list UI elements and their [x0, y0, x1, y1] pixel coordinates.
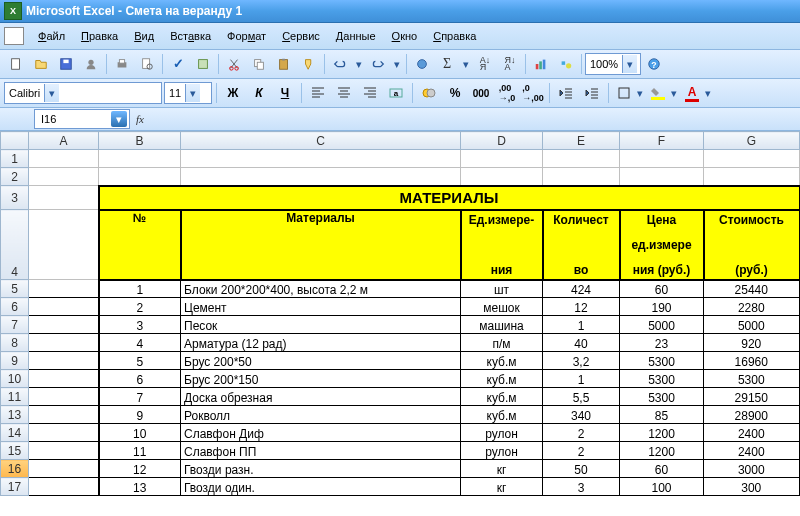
cell-num[interactable]: 13 [99, 478, 181, 496]
cell-qty[interactable]: 2 [543, 424, 620, 442]
cell-num[interactable]: 5 [99, 352, 181, 370]
cell-unit[interactable]: куб.м [461, 370, 543, 388]
cell-price[interactable]: 100 [620, 478, 704, 496]
font-size-combo[interactable]: 11▾ [164, 82, 212, 104]
cell-unit[interactable]: машина [461, 316, 543, 334]
cell-cost[interactable]: 25440 [704, 280, 800, 298]
cell-qty[interactable]: 50 [543, 460, 620, 478]
col-header[interactable]: C [181, 132, 461, 150]
currency-icon[interactable] [417, 81, 441, 105]
row-header[interactable]: 5 [1, 280, 29, 298]
col-header[interactable]: E [543, 132, 620, 150]
cell-unit[interactable]: рулон [461, 442, 543, 460]
cell-unit[interactable]: куб.м [461, 352, 543, 370]
cell-cost[interactable]: 29150 [704, 388, 800, 406]
cell-name[interactable]: Славфон ПП [181, 442, 461, 460]
cell-price[interactable]: 1200 [620, 442, 704, 460]
menu-insert[interactable]: Вставка [162, 27, 219, 45]
sort-desc-icon[interactable]: Я↓А [498, 52, 522, 76]
menu-service[interactable]: Сервис [274, 27, 328, 45]
table-header-price[interactable]: Ценаед.измерения (руб.) [620, 210, 704, 280]
cell-price[interactable]: 1200 [620, 424, 704, 442]
spellcheck-icon[interactable]: ✓ [166, 52, 190, 76]
row-header[interactable]: 1 [1, 150, 29, 168]
cell-qty[interactable]: 1 [543, 316, 620, 334]
cell-price[interactable]: 23 [620, 334, 704, 352]
cut-icon[interactable] [222, 52, 246, 76]
redo-icon[interactable] [366, 52, 390, 76]
row-header[interactable]: 8 [1, 334, 29, 352]
chart-wizard-icon[interactable] [529, 52, 553, 76]
cell-unit[interactable]: кг [461, 460, 543, 478]
cell-qty[interactable]: 3 [543, 478, 620, 496]
cell-price[interactable]: 5000 [620, 316, 704, 334]
row-header[interactable]: 13 [1, 406, 29, 424]
cell-cost[interactable]: 5300 [704, 370, 800, 388]
new-file-icon[interactable] [4, 52, 28, 76]
col-header[interactable]: B [99, 132, 181, 150]
cell-name[interactable]: Гвозди разн. [181, 460, 461, 478]
format-painter-icon[interactable] [297, 52, 321, 76]
bold-button[interactable]: Ж [221, 81, 245, 105]
fill-color-button[interactable]: ▾ [647, 82, 679, 104]
borders-button[interactable]: ▾ [613, 82, 645, 104]
cell-name[interactable]: Арматура (12 рад) [181, 334, 461, 352]
row-header[interactable]: 15 [1, 442, 29, 460]
copy-icon[interactable] [247, 52, 271, 76]
col-header[interactable]: F [620, 132, 704, 150]
decrease-decimal-icon[interactable]: ,0→,00 [521, 81, 545, 105]
menu-format[interactable]: Формат [219, 27, 274, 45]
sort-asc-icon[interactable]: А↓Я [473, 52, 497, 76]
save-icon[interactable] [54, 52, 78, 76]
fx-icon[interactable]: fx [136, 113, 144, 125]
table-header-cost[interactable]: Стоимость(руб.) [704, 210, 800, 280]
col-header[interactable]: D [461, 132, 543, 150]
cell-qty[interactable]: 3,2 [543, 352, 620, 370]
autosum-icon[interactable]: Σ [435, 52, 459, 76]
table-header-unit[interactable]: Ед.измере-ния [461, 210, 543, 280]
cell-unit[interactable]: кг [461, 478, 543, 496]
percent-icon[interactable]: % [443, 81, 467, 105]
cell-qty[interactable]: 424 [543, 280, 620, 298]
chevron-down-icon[interactable]: ▾ [44, 84, 59, 102]
align-left-icon[interactable] [306, 81, 330, 105]
chevron-down-icon[interactable]: ▾ [111, 111, 127, 127]
name-box[interactable]: I16 ▾ [34, 109, 130, 129]
spreadsheet-grid[interactable]: A B C D E F G 1 2 3 МАТЕРИАЛЫ 4 № Матери… [0, 131, 800, 496]
increase-decimal-icon[interactable]: ,00→,0 [495, 81, 519, 105]
row-header[interactable]: 4 [1, 210, 29, 280]
cell-price[interactable]: 5300 [620, 388, 704, 406]
cell-cost[interactable]: 16960 [704, 352, 800, 370]
row-header[interactable]: 10 [1, 370, 29, 388]
cell-num[interactable]: 12 [99, 460, 181, 478]
menu-view[interactable]: Вид [126, 27, 162, 45]
cell-price[interactable]: 190 [620, 298, 704, 316]
cell-name[interactable]: Брус 200*150 [181, 370, 461, 388]
column-header-row[interactable]: A B C D E F G [1, 132, 800, 150]
row-header[interactable]: 17 [1, 478, 29, 496]
cell-num[interactable]: 10 [99, 424, 181, 442]
chevron-down-icon[interactable]: ▾ [622, 55, 637, 73]
cell-name[interactable]: Гвозди один. [181, 478, 461, 496]
cell-unit[interactable]: шт [461, 280, 543, 298]
menu-help[interactable]: Справка [425, 27, 484, 45]
cell-qty[interactable]: 340 [543, 406, 620, 424]
undo-dropdown-icon[interactable]: ▾ [353, 52, 365, 76]
cell-price[interactable]: 85 [620, 406, 704, 424]
comma-icon[interactable]: 000 [469, 81, 493, 105]
cell-price[interactable]: 5300 [620, 370, 704, 388]
col-header[interactable]: A [29, 132, 99, 150]
help-icon[interactable]: ? [642, 52, 666, 76]
cell-num[interactable]: 11 [99, 442, 181, 460]
cell-cost[interactable]: 920 [704, 334, 800, 352]
cell-num[interactable]: 2 [99, 298, 181, 316]
row-header[interactable]: 2 [1, 168, 29, 186]
table-header-material[interactable]: Материалы [181, 210, 461, 280]
chevron-down-icon[interactable]: ▾ [185, 84, 200, 102]
font-combo[interactable]: Calibri▾ [4, 82, 162, 104]
table-header-qty[interactable]: Количество [543, 210, 620, 280]
merge-center-icon[interactable]: a [384, 81, 408, 105]
align-center-icon[interactable] [332, 81, 356, 105]
cell-name[interactable]: Славфон Диф [181, 424, 461, 442]
cell-qty[interactable]: 12 [543, 298, 620, 316]
